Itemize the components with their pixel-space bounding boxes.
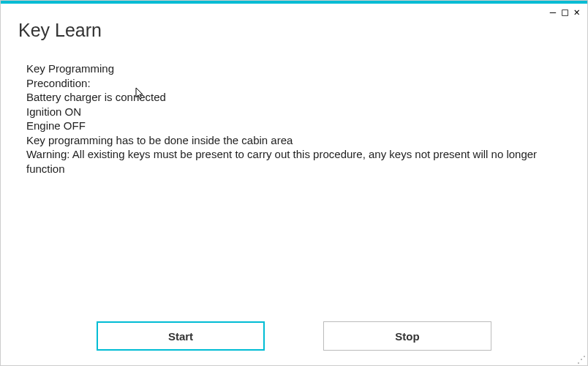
content-line: Engine OFF bbox=[26, 119, 565, 133]
content-line: Key Programming bbox=[26, 61, 565, 76]
close-icon[interactable]: ✕ bbox=[574, 7, 580, 17]
stop-button[interactable]: Stop bbox=[323, 321, 491, 351]
content-line: Key programming has to be done inside th… bbox=[26, 133, 565, 148]
window-controls: – □ ✕ bbox=[550, 7, 580, 17]
content-line: Battery charger is connected bbox=[26, 90, 565, 105]
start-button[interactable]: Start bbox=[97, 321, 265, 351]
content-line: Ignition ON bbox=[26, 105, 565, 119]
resize-grip-icon[interactable]: ⋰ bbox=[577, 355, 586, 364]
content-line: Warning: All existing keys must be prese… bbox=[26, 147, 565, 176]
page-title: Key Learn bbox=[1, 4, 587, 41]
minimize-icon[interactable]: – bbox=[550, 7, 556, 17]
content-area: Key Programming Precondition: Battery ch… bbox=[1, 41, 587, 176]
button-row: Start Stop bbox=[1, 321, 587, 351]
content-line: Precondition: bbox=[26, 76, 565, 91]
maximize-icon[interactable]: □ bbox=[562, 7, 568, 17]
